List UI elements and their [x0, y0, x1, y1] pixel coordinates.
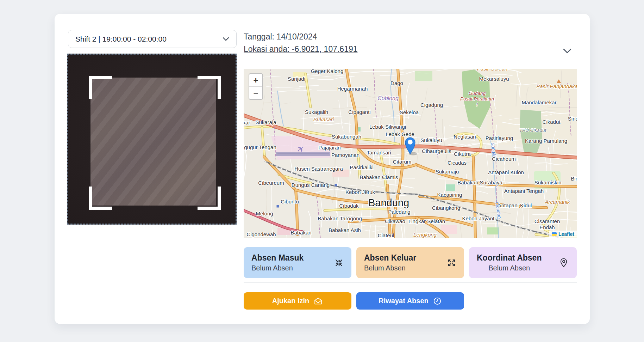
date-label: Tanggal: 14/10/2024: [244, 32, 358, 42]
map-label: Sukaluyu: [420, 137, 442, 143]
clock-icon: [433, 297, 442, 306]
map-label: Cicadas: [448, 160, 467, 166]
map-label: Sukagalih: [305, 109, 328, 115]
map-label: Dago: [390, 80, 403, 86]
camera-preview: [67, 54, 237, 225]
map-label: I: [476, 102, 478, 107]
frame-bracket-icon: [198, 76, 221, 99]
map-label: Cikadut: [543, 119, 561, 125]
map-label: Cibeureum: [258, 180, 284, 186]
map-label: Pajajaran: [318, 145, 340, 151]
card-title: Koordinat Absen: [477, 253, 542, 263]
attribution-link: Leaflet: [558, 231, 574, 237]
frame-bracket-icon: [198, 187, 221, 210]
map-label: Pamoyanan: [331, 152, 359, 158]
map-label: Mandalamekar: [521, 99, 556, 105]
leaflet-map[interactable]: ✈Geger KalongSarijadiHegarmanahDagoSukag…: [244, 69, 577, 238]
map-label: Sukaraja: [255, 119, 276, 125]
map-label: Endah: [539, 224, 555, 230]
map-label: Sukamaju: [436, 169, 459, 175]
map-label: Kebon Jeruk: [345, 189, 375, 195]
map-label: Cikawao: [385, 218, 405, 224]
card-status: Belum Absen: [251, 264, 304, 272]
absen-keluar-card[interactable]: Absen Keluar Belum Absen: [356, 247, 464, 278]
card-title: Absen Masuk: [251, 253, 304, 263]
map-label: Kebon Jayanti: [462, 215, 495, 221]
map-label: Mekarsaluyu: [479, 76, 509, 82]
location-link[interactable]: Lokasi anda: -6.9021, 107.6191: [244, 44, 358, 54]
map-label: Lengkong: [413, 232, 437, 238]
map-label: Karang Pamulang: [525, 138, 567, 144]
map-label: Bin: [571, 176, 577, 182]
map-label: Cibadak: [339, 203, 359, 209]
map-label: Cicaheum: [492, 156, 516, 162]
map-label: Sinda: [568, 116, 577, 122]
attendance-panel: Shift 2 | 19:00:00 - 02:00:00 Tanggal: 1…: [55, 14, 590, 324]
compress-arrows-icon: [334, 258, 344, 268]
map-label: Cisaranten: [534, 218, 560, 224]
map-label: Antapani Tengah: [504, 188, 544, 194]
map-label: kar: [244, 120, 250, 126]
button-label: Ajukan Izin: [272, 297, 310, 305]
map-label: Babakan Surabaya: [457, 179, 502, 185]
card-status: Belum Absen: [364, 264, 416, 272]
divider: [244, 282, 577, 283]
ukraine-flag-icon: [552, 232, 557, 236]
map-attribution[interactable]: Leaflet: [549, 231, 577, 238]
map-label: Cikutra: [454, 151, 471, 157]
map-label: Pusat Peralatan: [460, 96, 494, 102]
map-label: Bandung: [368, 197, 409, 208]
map-label: gugur Tengah: [244, 144, 276, 150]
ajukan-izin-button[interactable]: Ajukan Izin: [244, 292, 351, 310]
shift-select-value: Shift 2 | 19:00:00 - 02:00:00: [75, 35, 167, 43]
map-zoom-control: + −: [249, 73, 263, 100]
card-title: Absen Keluar: [364, 253, 416, 263]
map-label: Cihaurgeulis: [422, 148, 451, 154]
map-label: Cibuntu: [281, 199, 299, 204]
map-label: Arcamanik: [545, 199, 570, 205]
map-label: Hegarmanah: [337, 86, 368, 92]
map-label: Cigadung: [420, 102, 443, 108]
map-label: Paledang: [388, 209, 410, 215]
map-label: Kacapiring: [437, 192, 462, 198]
koordinat-absen-card[interactable]: Koordinat Absen Belum Absen: [469, 247, 577, 278]
location-pin-icon: [558, 257, 569, 268]
map-label: Husen Sastranegara: [294, 166, 343, 172]
riwayat-absen-button[interactable]: Riwayat Absen: [356, 292, 464, 310]
map-label: Neglasari: [454, 134, 476, 140]
map-label: Cibangkong: [432, 205, 460, 211]
frame-bracket-icon: [89, 187, 112, 210]
map-label: Geger Kalong: [311, 69, 344, 74]
map-label: Antapani Kidul: [498, 202, 532, 208]
map-label: Babakan Ciamis: [359, 174, 398, 180]
shift-select[interactable]: Shift 2 | 19:00:00 - 02:00:00: [68, 30, 237, 48]
map-label: TPU Cikadut: [519, 128, 547, 133]
absen-masuk-card[interactable]: Absen Masuk Belum Absen: [244, 247, 351, 278]
map-label: Gudang: [469, 91, 486, 96]
map-label: Sukasari: [313, 116, 334, 122]
map-label: Coblong: [377, 95, 399, 101]
date-location-header: Tanggal: 14/10/2024 Lokasi anda: -6.9021…: [244, 32, 358, 54]
map-label: Pasirlayung: [486, 135, 513, 141]
map-label: Lebak Siliwangi: [369, 124, 406, 130]
map-label: Babakan Tarogong: [318, 215, 362, 221]
map-label: Ciateul: [378, 232, 394, 238]
map-label: Dungus Cariang: [292, 182, 330, 188]
map-label: Sarijadi: [288, 76, 305, 82]
map-label: Citarum: [393, 159, 412, 165]
map-label: Sukabungah: [332, 134, 361, 140]
map-label: Babakan Asih: [329, 227, 361, 233]
map-label: Sekeloa: [400, 109, 419, 115]
map-label: Lingkar Selatan: [408, 218, 445, 224]
button-label: Riwayat Absen: [379, 297, 429, 305]
map-label: Pasir Panjandaka: [536, 83, 577, 89]
map-label: Melong: [256, 210, 273, 216]
chevron-down-icon: [223, 37, 229, 41]
map-canvas: ✈Geger KalongSarijadiHegarmanahDagoSukag…: [244, 69, 577, 238]
map-label: Antapani Kulon: [488, 169, 524, 175]
zoom-in-button[interactable]: +: [249, 74, 262, 87]
zoom-out-button[interactable]: −: [249, 87, 262, 99]
collapse-chevron-icon[interactable]: [563, 48, 571, 54]
map-label: Sukamiskin: [534, 179, 562, 185]
map-label: Pasir Golean: [477, 69, 508, 72]
